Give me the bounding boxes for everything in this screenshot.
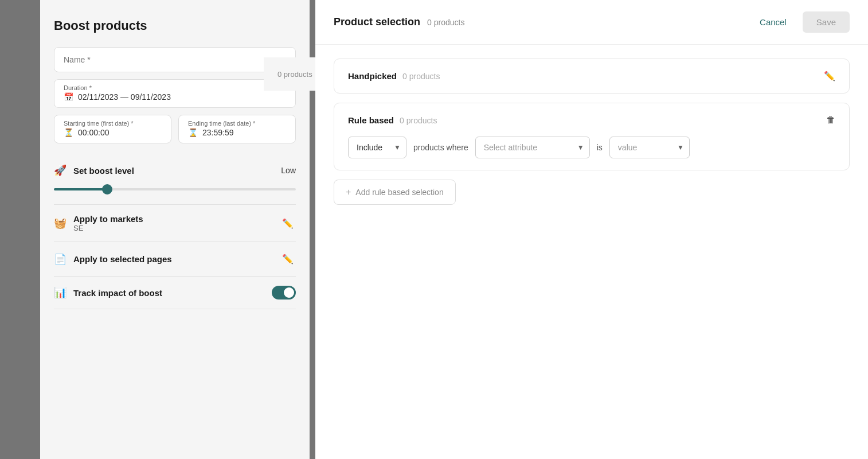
apply-to-markets-label: Apply to markets	[73, 214, 143, 224]
basket-icon: 🧺	[54, 217, 67, 230]
boost-level-value: Low	[281, 166, 296, 175]
handpicked-title: Handpicked	[348, 71, 397, 81]
cancel-button[interactable]: Cancel	[750, 13, 796, 32]
starting-time-value: ⏳ 00:00:00	[64, 128, 162, 137]
pencil-icon: ✏️	[824, 71, 835, 81]
starting-time-label: Starting time (first date) *	[64, 120, 134, 127]
products-where-text: products where	[413, 143, 468, 152]
rule-based-title: Rule based	[348, 115, 394, 125]
hourglass-end-icon: ⌛	[188, 128, 198, 137]
track-impact-label: Track impact of boost	[73, 288, 162, 298]
plus-icon: +	[346, 187, 351, 197]
attribute-select-wrapper: Select attribute ▼	[475, 137, 590, 158]
ending-time-label: Ending time (last date) *	[188, 120, 255, 127]
duration-label: Duration *	[64, 84, 92, 91]
trash-icon: 🗑	[826, 115, 835, 125]
value-select[interactable]: value	[609, 137, 690, 158]
boost-level-section: 🚀 Set boost level Low	[54, 155, 296, 205]
is-text: is	[597, 143, 603, 152]
rule-row: Include Exclude ▼ products where Select …	[348, 137, 835, 158]
apply-to-markets-edit-button[interactable]: ✏️	[280, 216, 296, 231]
add-rule-label: Add rule based selection	[355, 188, 443, 197]
slider-track	[54, 188, 296, 190]
apply-to-pages-edit-button[interactable]: ✏️	[280, 251, 296, 267]
slider-container	[54, 184, 296, 195]
slider-thumb[interactable]	[102, 184, 112, 195]
time-fields-row: Starting time (first date) * ⏳ 00:00:00 …	[54, 115, 296, 143]
page-icon: 📄	[54, 253, 67, 266]
save-button[interactable]: Save	[803, 11, 850, 33]
modal-actions: Cancel Save	[750, 11, 850, 33]
starting-time-field: Starting time (first date) * ⏳ 00:00:00	[54, 115, 171, 143]
ending-time-value: ⌛ 23:59:59	[188, 128, 286, 137]
rocket-icon: 🚀	[54, 164, 67, 177]
modal-title: Product selection	[334, 16, 420, 28]
rule-based-delete-button[interactable]: 🗑	[826, 115, 835, 125]
modal-header: Product selection 0 products Cancel Save	[315, 0, 868, 45]
track-impact-toggle[interactable]	[272, 286, 296, 299]
duration-value: 📅 02/11/2023 — 09/11/2023	[64, 92, 286, 102]
add-rule-button[interactable]: + Add rule based selection	[334, 180, 456, 205]
hourglass-start-icon: ⏳	[64, 128, 73, 137]
calendar-icon: 📅	[64, 92, 73, 102]
products-indicator-text: 0 products	[277, 70, 312, 79]
boost-level-left: 🚀 Set boost level	[54, 164, 134, 177]
duration-wrapper: Duration * 📅 02/11/2023 — 09/11/2023	[54, 79, 296, 108]
rule-based-card-header: Rule based 0 products 🗑	[348, 115, 835, 125]
handpicked-edit-button[interactable]: ✏️	[824, 71, 835, 81]
apply-to-markets-info: Apply to markets SE	[73, 214, 143, 232]
apply-to-markets-section: 🧺 Apply to markets SE ✏️	[54, 205, 296, 242]
value-select-wrapper: value ▼	[609, 137, 690, 158]
include-select-wrapper: Include Exclude ▼	[348, 137, 406, 158]
name-input[interactable]	[64, 55, 286, 64]
name-field-wrapper: 0/50	[54, 47, 296, 72]
rule-based-count: 0 products	[400, 116, 437, 125]
rule-based-card: Rule based 0 products 🗑 Include Exclude …	[334, 103, 850, 170]
handpicked-title-group: Handpicked 0 products	[348, 71, 440, 81]
handpicked-card: Handpicked 0 products ✏️	[334, 59, 850, 94]
apply-to-markets-left: 🧺 Apply to markets SE	[54, 214, 143, 232]
apply-to-pages-left: 📄 Apply to selected pages	[54, 253, 172, 266]
track-impact-section: 📊 Track impact of boost	[54, 277, 296, 309]
ending-time-field: Ending time (last date) * ⌛ 23:59:59	[178, 115, 296, 143]
panel-title: Boost products	[54, 18, 296, 33]
chart-icon: 📊	[54, 286, 67, 299]
rule-based-title-group: Rule based 0 products	[348, 115, 437, 125]
boost-level-label: Set boost level	[73, 166, 134, 176]
handpicked-card-header: Handpicked 0 products ✏️	[348, 71, 835, 81]
modal-body: Handpicked 0 products ✏️ Rule based 0 pr…	[315, 45, 868, 459]
product-selection-modal: Product selection 0 products Cancel Save…	[315, 0, 868, 459]
track-impact-left: 📊 Track impact of boost	[54, 286, 162, 299]
boost-level-header: 🚀 Set boost level Low	[54, 164, 296, 177]
slider-fill	[54, 188, 107, 190]
modal-product-count: 0 products	[427, 18, 464, 27]
modal-title-group: Product selection 0 products	[334, 16, 464, 28]
apply-to-markets-value: SE	[73, 224, 143, 232]
apply-to-pages-section: 📄 Apply to selected pages ✏️	[54, 242, 296, 277]
handpicked-count: 0 products	[402, 72, 440, 81]
apply-to-pages-label: Apply to selected pages	[73, 254, 172, 264]
include-select[interactable]: Include Exclude	[348, 137, 406, 158]
attribute-select[interactable]: Select attribute	[475, 137, 590, 158]
